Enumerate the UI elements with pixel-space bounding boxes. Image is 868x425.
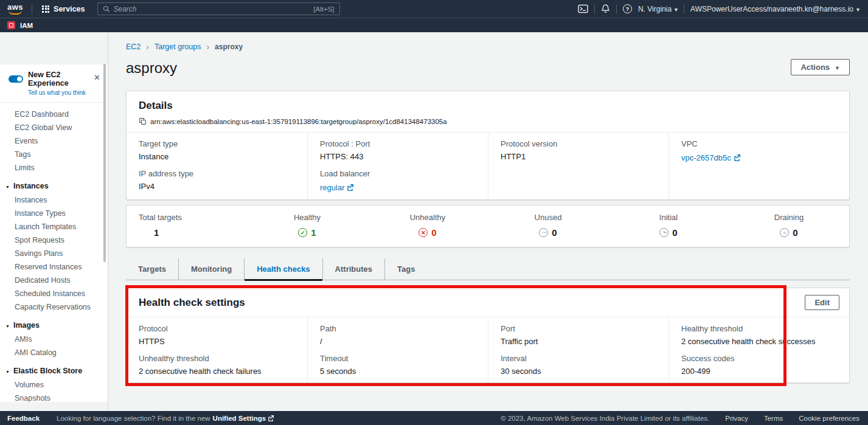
tell-us-link[interactable]: Tell us what you think [28, 89, 100, 96]
protocol-version-label: Protocol version [501, 139, 656, 148]
vpc-link[interactable]: vpc-2657db5c [681, 153, 740, 162]
healthy-check-icon [298, 228, 307, 237]
sidebar-item-instances[interactable]: Instances [0, 193, 108, 207]
sidebar-item-tags[interactable]: Tags [0, 148, 108, 161]
search-input[interactable] [114, 5, 310, 13]
terms-link[interactable]: Terms [764, 415, 783, 422]
sidebar-item-capacity-reservations[interactable]: Capacity Reservations [0, 300, 108, 314]
sidebar-section-elastic-block-store[interactable]: Elastic Block Store [0, 364, 108, 378]
sidebar-menu: EC2 Dashboard EC2 Global View Events Tag… [0, 103, 108, 402]
cloudshell-icon[interactable] [578, 4, 588, 13]
hc-port-label: Port [501, 324, 656, 333]
sidebar-item-reserved-instances[interactable]: Reserved Instances [0, 260, 108, 274]
services-menu-button[interactable]: Services [38, 5, 88, 13]
hc-path-label: Path [320, 324, 476, 333]
unhealthy-value: 0 [367, 227, 488, 238]
breadcrumb-current: asproxy [215, 43, 243, 51]
sidebar-item-events[interactable]: Events [0, 134, 108, 148]
sidebar-section-images[interactable]: Images [0, 319, 108, 333]
breadcrumb-separator-icon [146, 42, 149, 52]
ip-address-type-label: IP address type [139, 169, 295, 178]
sidebar-item-amis[interactable]: AMIs [0, 333, 108, 346]
health-check-settings-heading: Health check settings [139, 296, 245, 309]
aws-smile-icon [9, 10, 22, 15]
region-selector[interactable]: N. Virginia [638, 5, 678, 13]
sidebar-item-spot-requests[interactable]: Spot Requests [0, 233, 108, 247]
recent-services-bar: IAM [0, 18, 868, 32]
services-label: Services [54, 5, 85, 13]
cookie-preferences-link[interactable]: Cookie preferences [799, 415, 859, 422]
hc-success-codes-label: Success codes [681, 354, 837, 363]
new-experience-banner: New EC2 Experience Tell us what you thin… [0, 64, 108, 103]
account-label: AWSPowerUserAccess/navaneeth.kn@harness.… [690, 5, 853, 13]
edit-button[interactable]: Edit [805, 295, 839, 310]
tab-health-checks[interactable]: Health checks [244, 258, 322, 280]
sidebar-item-ec2-global-view[interactable]: EC2 Global View [0, 121, 108, 134]
unhealthy-label: Unhealthy [367, 213, 488, 222]
hc-port-value: Traffic port [501, 337, 656, 346]
sidebar-section-instances[interactable]: Instances [0, 179, 108, 193]
aws-logo[interactable]: aws [7, 4, 23, 15]
initial-label: Initial [608, 213, 729, 222]
protocol-port-label: Protocol : Port [320, 139, 476, 148]
privacy-link[interactable]: Privacy [725, 415, 748, 422]
target-health-summary-card: Total targets 1 Healthy 1 Unhealthy 0 Un… [126, 205, 850, 247]
hc-timeout-label: Timeout [320, 354, 476, 363]
region-label: N. Virginia [638, 5, 672, 13]
target-type-value: Instance [139, 152, 295, 161]
tab-targets[interactable]: Targets [126, 258, 178, 280]
tab-tags[interactable]: Tags [384, 258, 427, 280]
notifications-bell-icon[interactable] [601, 4, 610, 13]
total-targets-value: 1 [139, 227, 247, 238]
new-experience-toggle[interactable] [9, 75, 23, 83]
sidebar-item-dedicated-hosts[interactable]: Dedicated Hosts [0, 274, 108, 287]
divider [32, 4, 32, 14]
ip-address-type-value: IPv4 [139, 182, 295, 191]
hc-healthy-threshold-label: Healthy threshold [681, 324, 837, 333]
sidebar-item-ec2-dashboard[interactable]: EC2 Dashboard [0, 108, 108, 121]
target-group-arn: arn:aws:elasticloadbalancing:us-east-1:3… [150, 118, 447, 125]
unused-ellipsis-icon [539, 228, 548, 237]
sidebar-scrollbar[interactable] [103, 64, 106, 262]
breadcrumb-ec2[interactable]: EC2 [126, 43, 141, 51]
healthy-value: 1 [247, 227, 367, 238]
sidebar-item-volumes[interactable]: Volumes [0, 378, 108, 392]
sidebar-item-savings-plans[interactable]: Savings Plans [0, 247, 108, 260]
health-check-settings-card: Health check settings Edit Protocol HTTP… [126, 288, 850, 383]
unused-value: 0 [488, 227, 608, 238]
close-icon[interactable] [94, 73, 100, 82]
copy-icon[interactable] [139, 117, 147, 125]
draining-label: Draining [729, 213, 849, 222]
unused-label: Unused [488, 213, 608, 222]
details-heading: Details [139, 99, 837, 112]
breadcrumb: EC2 Target groups asproxy [126, 42, 850, 52]
breadcrumb-target-groups[interactable]: Target groups [155, 43, 201, 51]
protocol-version-value: HTTP1 [501, 152, 656, 161]
load-balancer-link[interactable]: regular [320, 183, 353, 192]
sidebar-item-ami-catalog[interactable]: AMI Catalog [0, 346, 108, 359]
sidebar-item-launch-templates[interactable]: Launch Templates [0, 220, 108, 233]
breadcrumb-separator-icon [206, 42, 209, 52]
tab-monitoring[interactable]: Monitoring [178, 258, 244, 280]
sidebar-item-snapshots[interactable]: Snapshots [0, 392, 108, 402]
page-title: asproxy [126, 59, 177, 77]
divider [594, 4, 595, 14]
global-search-box[interactable]: [Alt+S] [97, 2, 340, 15]
unified-settings-link[interactable]: Unified Settings [213, 415, 274, 422]
actions-button[interactable]: Actions [791, 59, 850, 75]
hc-protocol-value: HTTPS [139, 337, 295, 346]
hc-unhealthy-threshold-value: 2 consecutive health check failures [139, 367, 295, 376]
tab-attributes[interactable]: Attributes [322, 258, 384, 280]
feedback-button[interactable]: Feedback [7, 415, 40, 422]
services-grid-icon [42, 5, 49, 13]
sidebar-item-scheduled-instances[interactable]: Scheduled Instances [0, 287, 108, 300]
help-icon[interactable]: ? [623, 4, 632, 13]
sidebar-item-limits[interactable]: Limits [0, 161, 108, 174]
iam-service-link[interactable]: IAM [20, 22, 33, 29]
main-content: EC2 Target groups asproxy asproxy Action… [108, 32, 868, 411]
sidebar-item-instance-types[interactable]: Instance Types [0, 207, 108, 220]
initial-value: 0 [608, 227, 729, 238]
account-menu[interactable]: AWSPowerUserAccess/navaneeth.kn@harness.… [690, 5, 859, 13]
hc-healthy-threshold-value: 2 consecutive health check successes [681, 337, 837, 346]
iam-service-icon [7, 21, 15, 29]
